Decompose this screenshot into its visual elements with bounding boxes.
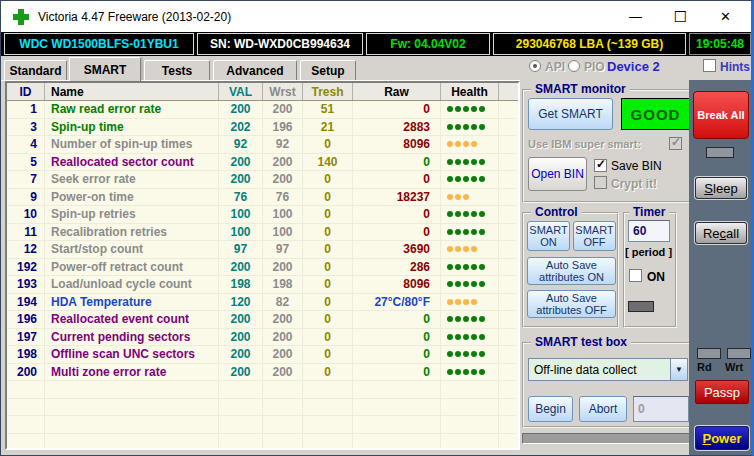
save-bin-label: Save BIN xyxy=(611,159,662,173)
health-dot xyxy=(463,211,469,217)
table-row[interactable]: 10 Spin-up retries 100 100 0 0 xyxy=(7,206,518,224)
empty-table-row[interactable] xyxy=(7,434,518,451)
open-bin-button[interactable]: Open BIN xyxy=(528,157,587,191)
cell-wrst: 100 xyxy=(263,206,303,224)
cell-tresh: 0 xyxy=(303,189,353,207)
tab-advanced[interactable]: Advanced xyxy=(213,60,297,80)
table-row[interactable]: 9 Power-on time 76 76 0 18237 xyxy=(7,189,518,207)
table-row[interactable]: 7 Seek error rate 200 200 0 0 xyxy=(7,171,518,189)
close-button[interactable]: ✕ xyxy=(703,1,748,32)
cell-tresh: 0 xyxy=(303,311,353,329)
use-ibm-checkbox[interactable] xyxy=(669,137,682,150)
passport-button[interactable]: Passp xyxy=(695,380,749,404)
dropdown-arrow-icon[interactable]: ▼ xyxy=(670,359,687,380)
abort-button[interactable]: Abort xyxy=(579,396,627,422)
health-dot xyxy=(455,369,461,375)
health-dot xyxy=(447,369,453,375)
cell-spare xyxy=(499,259,516,277)
cell-val: 198 xyxy=(219,276,263,294)
smart-status-badge: GOOD xyxy=(621,98,690,130)
power-button[interactable]: Power xyxy=(695,426,749,450)
save-bin-checkbox[interactable] xyxy=(594,159,607,172)
api-radio[interactable] xyxy=(529,59,541,73)
health-dot xyxy=(471,211,477,217)
table-row[interactable]: 197 Current pending sectors 200 200 0 0 xyxy=(7,329,518,347)
test-counter-field: 0 xyxy=(633,396,689,422)
crypt-checkbox[interactable] xyxy=(594,176,607,189)
health-dot xyxy=(479,316,485,322)
smart-on-button[interactable]: SMART ON xyxy=(527,221,570,251)
cell-val: 200 xyxy=(219,171,263,189)
table-row[interactable]: 198 Offline scan UNC sectors 200 200 0 0 xyxy=(7,346,518,364)
cell-id: 11 xyxy=(7,224,45,242)
header-tresh[interactable]: Tresh xyxy=(303,83,353,100)
sleep-button[interactable]: Sleep xyxy=(695,177,747,199)
recall-button[interactable]: Recall xyxy=(695,222,747,244)
minimize-button[interactable]: — xyxy=(613,1,658,32)
header-name[interactable]: Name xyxy=(45,83,219,100)
cell-tresh: 0 xyxy=(303,224,353,242)
empty-table-row[interactable] xyxy=(7,381,518,399)
tab-smart[interactable]: SMART xyxy=(69,57,141,81)
timer-period-label: [ period ] xyxy=(625,246,672,258)
table-row[interactable]: 192 Power-off retract count 200 200 0 28… xyxy=(7,259,518,277)
tab-tests[interactable]: Tests xyxy=(144,60,210,80)
header-health[interactable]: Health xyxy=(441,83,499,100)
auto-save-off-button[interactable]: Auto Save attributes OFF xyxy=(527,290,616,318)
table-row[interactable]: 4 Number of spin-up times 92 92 0 8096 xyxy=(7,136,518,154)
cell-health-dots xyxy=(441,189,499,207)
health-dot xyxy=(471,264,477,270)
tab-setup[interactable]: Setup xyxy=(300,60,356,80)
table-row[interactable]: 193 Load/unload cycle count 198 198 0 80… xyxy=(7,276,518,294)
empty-table-row[interactable] xyxy=(7,399,518,417)
test-select-dropdown[interactable]: Off-line data collect ▼ xyxy=(528,358,688,381)
auto-save-on-button[interactable]: Auto Save attributes ON xyxy=(527,257,616,285)
header-val[interactable]: VAL xyxy=(219,83,263,100)
empty-table-row[interactable] xyxy=(7,416,518,434)
drive-capacity: 293046768 LBA (~139 GB) xyxy=(493,33,686,55)
cell-wrst: 200 xyxy=(263,171,303,189)
cell-raw: 0 xyxy=(353,101,441,119)
health-dot xyxy=(455,159,461,165)
health-dot xyxy=(463,176,469,182)
health-dot xyxy=(447,299,453,305)
begin-button[interactable]: Begin xyxy=(528,396,573,422)
table-row[interactable]: 1 Raw read error rate 200 200 51 0 xyxy=(7,101,518,119)
smart-off-button[interactable]: SMART OFF xyxy=(573,221,616,251)
cell-spare xyxy=(499,311,516,329)
timer-on-checkbox[interactable] xyxy=(629,269,642,282)
hints-checkbox[interactable] xyxy=(703,59,716,72)
table-row[interactable]: 11 Recalibration retries 100 100 0 0 xyxy=(7,224,518,242)
cell-tresh: 0 xyxy=(303,171,353,189)
table-row[interactable]: 196 Reallocated event count 200 200 0 0 xyxy=(7,311,518,329)
timer-period-input[interactable]: 60 xyxy=(628,220,670,242)
test-selected-value: Off-line data collect xyxy=(529,363,670,377)
pio-radio[interactable] xyxy=(568,59,580,73)
health-dot xyxy=(463,141,469,147)
read-indicator-label: Rd xyxy=(697,361,712,373)
header-wrst[interactable]: Wrst xyxy=(263,83,303,100)
health-dot xyxy=(455,106,461,112)
api-radio-label: API xyxy=(545,60,565,74)
table-row[interactable]: 200 Multi zone error rate 200 200 0 0 xyxy=(7,364,518,382)
tab-standard[interactable]: Standard xyxy=(4,60,67,80)
header-id[interactable]: ID xyxy=(7,83,45,100)
table-row[interactable]: 3 Spin-up time 202 196 21 2883 xyxy=(7,119,518,137)
get-smart-button[interactable]: Get SMART xyxy=(528,98,613,130)
table-row[interactable]: 12 Start/stop count 97 97 0 3690 xyxy=(7,241,518,259)
table-row[interactable]: 194 HDA Temperature 120 82 0 27°C/80°F xyxy=(7,294,518,312)
maximize-button[interactable]: ☐ xyxy=(658,1,703,32)
cell-health-dots xyxy=(441,364,499,382)
cell-id: 197 xyxy=(7,329,45,347)
break-all-button[interactable]: Break All xyxy=(693,91,749,139)
cell-val: 200 xyxy=(219,154,263,172)
cell-spare xyxy=(499,241,516,259)
health-dot xyxy=(455,281,461,287)
cell-val: 97 xyxy=(219,241,263,259)
table-row[interactable]: 5 Reallocated sector count 200 200 140 0 xyxy=(7,154,518,172)
cell-raw: 0 xyxy=(353,224,441,242)
header-raw[interactable]: Raw xyxy=(353,83,441,100)
cell-val: 200 xyxy=(219,311,263,329)
health-dot xyxy=(455,299,461,305)
cell-spare xyxy=(499,329,516,347)
